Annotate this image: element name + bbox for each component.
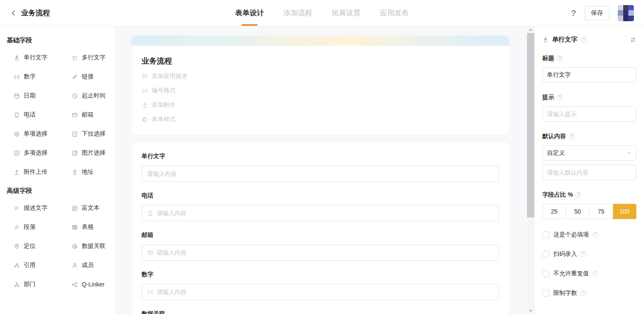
tab-extend-settings[interactable]: 拓展设置 — [332, 0, 361, 26]
avatar-pixel — [618, 10, 623, 16]
add-attachment[interactable]: 添加附件 — [142, 101, 497, 109]
back-button[interactable]: 业务流程 — [10, 8, 50, 18]
sidebar-item-single-line-text[interactable]: A 单行文字 — [14, 54, 72, 61]
scan-entry-checkbox[interactable] — [542, 251, 549, 258]
calendar-icon — [14, 93, 20, 99]
help-icon[interactable] — [575, 192, 581, 198]
sidebar-item-paragraph[interactable]: 段落 — [14, 223, 72, 231]
sidebar-item-date[interactable]: 日期 — [14, 92, 72, 100]
form-style[interactable]: 表单样式 — [142, 115, 497, 124]
width-option-25[interactable]: 25 — [542, 204, 566, 219]
add-app-description[interactable]: 添加应用描述 — [142, 72, 497, 81]
avatar[interactable] — [618, 5, 634, 21]
help-icon[interactable] — [592, 232, 598, 238]
sidebar-item-table[interactable]: 表格 — [72, 223, 110, 231]
svg-text:A: A — [15, 55, 19, 59]
sidebar-item-checkbox-select[interactable]: 多项选择 — [14, 149, 72, 157]
inspector-title: 单行文字 — [552, 36, 577, 44]
chevron-down-icon — [627, 150, 632, 156]
default-content-select[interactable]: 自定义 — [542, 145, 636, 161]
app-window: 业务流程 表单设计 添加流程 拓展设置 应用发布 ? 保存 — [0, 0, 644, 314]
sidebar-item-attachment-upload[interactable]: 附件上传 — [14, 168, 72, 176]
help-icon[interactable] — [592, 271, 598, 277]
char-limit-checkbox[interactable] — [542, 290, 549, 297]
vertical-scrollbar[interactable] — [527, 26, 535, 314]
sidebar-item-multi-line-text[interactable]: A 多行文字 — [72, 54, 110, 61]
sidebar-item-rich-text[interactable]: 富文本 — [72, 204, 110, 212]
email-input-box — [142, 245, 499, 261]
field-block-data-relation[interactable]: 数据关联 — [142, 309, 499, 314]
multi-line-text-icon: A — [72, 55, 78, 61]
sidebar-item-description-text[interactable]: 描述文字 — [14, 204, 72, 212]
help-icon[interactable]: ? — [571, 8, 576, 17]
field-block-phone[interactable]: 电话 — [142, 191, 499, 221]
help-icon[interactable] — [569, 133, 575, 139]
tab-app-publish[interactable]: 应用发布 — [380, 0, 409, 26]
phone-input[interactable] — [157, 210, 494, 217]
help-icon[interactable] — [580, 251, 586, 257]
sidebar-item-image-select[interactable]: 图片选择 — [72, 149, 110, 157]
sidebar-item-location[interactable]: 定位 — [14, 242, 72, 250]
scrollbar-thumb[interactable] — [527, 33, 534, 217]
help-icon[interactable] — [557, 56, 563, 61]
avatar-pixel — [623, 16, 629, 21]
sidebar-item-data-relation[interactable]: 数据关联 — [72, 242, 110, 250]
sidebar-item-dropdown-select[interactable]: 下拉选择 — [72, 130, 110, 138]
email-input[interactable] — [157, 249, 494, 256]
save-button[interactable]: 保存 — [585, 6, 609, 20]
tab-add-flow[interactable]: 添加流程 — [283, 0, 312, 26]
main-tabs: 表单设计 添加流程 拓展设置 应用发布 — [0, 0, 644, 26]
sidebar-item-reference[interactable]: 引用 — [14, 261, 72, 269]
default-content-input[interactable] — [542, 165, 636, 180]
q-linker-icon — [72, 281, 78, 288]
sidebar-item-department[interactable]: 部门 — [14, 281, 72, 288]
swap-field-icon[interactable] — [630, 36, 636, 43]
number-format[interactable]: 12 编号格式 — [142, 86, 497, 95]
help-icon[interactable] — [580, 290, 586, 296]
sidebar-item-q-linker[interactable]: Q-Linker — [72, 281, 110, 288]
form-header-card[interactable]: 业务流程 添加应用描述 12 编号格式 添加附件 — [131, 36, 509, 135]
number-icon: 12 — [14, 74, 20, 80]
table-icon — [72, 224, 78, 231]
page-title: 业务流程 — [21, 8, 50, 18]
help-icon[interactable] — [581, 37, 587, 43]
width-option-100[interactable]: 100 — [613, 204, 636, 219]
avatar-pixel — [623, 5, 629, 11]
single-line-text-icon: A — [542, 36, 549, 43]
field-block-email[interactable]: 邮箱 — [142, 231, 499, 261]
rich-text-icon — [72, 205, 78, 211]
sidebar-item-phone[interactable]: 电话 — [14, 111, 72, 119]
avatar-pixel — [618, 5, 623, 11]
chevron-left-icon — [10, 10, 17, 17]
width-option-50[interactable]: 50 — [566, 204, 589, 219]
image-select-icon — [72, 150, 78, 156]
char-limit-label: 限制字数 — [553, 289, 577, 297]
field-block-number[interactable]: 数字 12 — [142, 270, 499, 300]
basic-fields-grid: A 单行文字 A 多行文字 12 数字 链接 日期 — [7, 54, 110, 176]
width-option-75[interactable]: 75 — [590, 204, 613, 219]
location-icon — [14, 243, 20, 250]
sidebar-item-number[interactable]: 12 数字 — [14, 73, 72, 81]
required-checkbox[interactable] — [542, 231, 549, 238]
scroll-up-arrow[interactable] — [527, 26, 535, 33]
sidebar-item-time-range[interactable]: 起止时间 — [72, 92, 110, 100]
sidebar-item-radio-select[interactable]: 单项选择 — [14, 130, 72, 138]
field-block-single-line-text[interactable]: 单行文字 — [142, 152, 499, 182]
single-line-text-input[interactable] — [147, 170, 494, 177]
no-duplicate-checkbox[interactable] — [542, 270, 549, 277]
mail-icon — [147, 250, 153, 256]
sidebar-item-address[interactable]: 地址 — [72, 168, 110, 176]
sidebar-item-link[interactable]: 链接 — [72, 73, 110, 81]
sidebar-item-member[interactable]: 成员 — [72, 261, 110, 269]
sidebar-item-email[interactable]: 邮箱 — [72, 111, 110, 119]
hint-setting-input[interactable] — [542, 106, 636, 122]
tab-form-design[interactable]: 表单设计 — [235, 0, 264, 26]
palette-icon — [142, 117, 148, 123]
section-title-basic-fields: 基础字段 — [7, 36, 110, 44]
help-icon[interactable] — [557, 94, 563, 100]
scan-entry-checkbox-row: 扫码录入 — [542, 250, 636, 258]
svg-text:12: 12 — [143, 89, 146, 92]
title-setting-input[interactable] — [542, 67, 636, 83]
number-input[interactable] — [157, 289, 494, 295]
scroll-down-arrow[interactable] — [527, 307, 535, 314]
